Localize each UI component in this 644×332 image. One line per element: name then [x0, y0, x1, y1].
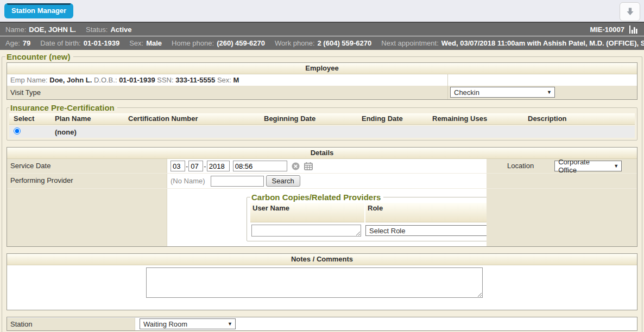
- time-input[interactable]: [233, 161, 287, 171]
- col-beginning-date: Beginning Date: [264, 114, 362, 123]
- plan-name-value: (none): [55, 128, 128, 136]
- top-app-bar: Station Manager: [0, 0, 644, 23]
- patient-id: MIE-10007: [590, 25, 624, 34]
- station-manager-tab[interactable]: Station Manager: [4, 3, 73, 18]
- collapse-button[interactable]: [620, 2, 640, 21]
- date-year-input[interactable]: [207, 161, 230, 171]
- station-label: Station: [7, 318, 135, 330]
- dob-value: 01-01-1939: [84, 39, 120, 47]
- chevron-down-icon: ▼: [228, 321, 232, 327]
- sex-value: Male: [146, 39, 162, 47]
- emp-ssn-label: SSN:: [157, 76, 173, 84]
- employee-info-row: Emp Name: Doe, John L. D.O.B.: 01-01-193…: [7, 74, 637, 86]
- emp-name-value: Doe, John L.: [49, 76, 92, 84]
- user-name-input[interactable]: [251, 225, 361, 237]
- col-remaining-uses: Remaining Uses: [432, 114, 528, 123]
- calendar-button[interactable]: [304, 162, 313, 170]
- notes-header: Notes / Comments: [7, 254, 637, 265]
- date-separator-2: -: [204, 162, 206, 170]
- location-value: Corporate Office: [558, 158, 609, 174]
- provider-name-value: (No Name): [171, 177, 205, 185]
- date-month-input[interactable]: [171, 161, 185, 171]
- age-value: 79: [23, 39, 30, 47]
- status-label: Status:: [86, 25, 108, 34]
- work-phone-value: 2 (604) 559-6270: [318, 39, 372, 47]
- visit-type-label: Visit Type: [7, 86, 448, 99]
- location-label: Location: [507, 161, 534, 170]
- provider-search-input[interactable]: [211, 176, 264, 187]
- calendar-icon: [304, 162, 313, 170]
- insurance-fieldset: Insurance Pre-Certification Select Plan …: [7, 103, 637, 141]
- carbon-copies-row: Carbon Copies/Related Providers User Nam…: [7, 189, 637, 246]
- service-date-row: Service Date - -: [7, 159, 637, 174]
- chart-icon[interactable]: [629, 25, 639, 34]
- col-ending-date: Ending Date: [362, 114, 432, 123]
- encounter-legend: Encounter (new): [5, 52, 73, 61]
- col-cert-number: Certification Number: [128, 114, 264, 123]
- notes-body: [7, 265, 637, 310]
- notes-textarea[interactable]: [146, 267, 483, 298]
- station-value: Waiting Room: [143, 320, 187, 328]
- insurance-legend: Insurance Pre-Certification: [9, 103, 117, 112]
- station-select[interactable]: Waiting Room ▼: [140, 318, 236, 329]
- patient-name-bar: Name: DOE, JOHN L. Status: Active MIE-10…: [0, 23, 644, 36]
- details-panel: Details Service Date - -: [7, 147, 637, 247]
- encounter-fieldset: Encounter (new) Employee Emp Name: Doe, …: [2, 52, 642, 332]
- provider-search-button[interactable]: Search: [266, 175, 300, 187]
- insurance-header-row: Select Plan Name Certification Number Be…: [9, 113, 635, 125]
- employee-header: Employee: [7, 63, 637, 74]
- patient-status: Active: [110, 25, 131, 34]
- employee-info-cell: Emp Name: Doe, John L. D.O.B.: 01-01-193…: [7, 74, 448, 86]
- chevron-down-icon: ▼: [614, 163, 618, 169]
- sex-label: Sex:: [129, 39, 143, 47]
- main-content: Encounter (new) Employee Emp Name: Doe, …: [0, 50, 644, 332]
- station-panel: Station Waiting Room ▼: [7, 317, 637, 331]
- role-value: Select Role: [369, 227, 405, 235]
- emp-sex-label: Sex:: [217, 76, 231, 84]
- notes-panel: Notes / Comments: [7, 253, 637, 310]
- emp-dob-value: 01-01-1939: [119, 76, 155, 84]
- clear-date-button[interactable]: [292, 162, 300, 170]
- emp-ssn-value: 333-11-5555: [175, 76, 215, 84]
- emp-sex-value: M: [233, 76, 239, 84]
- name-label: Name:: [5, 25, 26, 34]
- work-phone-label: Work phone:: [275, 39, 314, 47]
- col-select: Select: [9, 114, 55, 123]
- demographics-bar: Age: 79 Date of birth: 01-01-1939 Sex: M…: [0, 36, 644, 50]
- employee-panel: Employee Emp Name: Doe, John L. D.O.B.: …: [7, 62, 637, 100]
- emp-name-label: Emp Name:: [10, 76, 48, 84]
- emp-dob-label: D.O.B.:: [94, 76, 117, 84]
- clear-icon: [292, 162, 300, 170]
- next-appt-value: Wed, 03/07/2018 11:00am with Ashish Pate…: [441, 39, 644, 47]
- col-user-name: User Name: [250, 203, 364, 222]
- visit-type-select[interactable]: Checkin ▼: [450, 87, 555, 98]
- down-arrow-icon: [626, 7, 635, 16]
- next-appt-label: Next appointment:: [381, 39, 439, 47]
- carbon-copies-legend: Carbon Copies/Related Providers: [250, 193, 383, 202]
- home-phone-label: Home phone:: [172, 39, 214, 47]
- chevron-down-icon: ▼: [547, 90, 552, 95]
- service-date-label: Service Date: [7, 159, 167, 173]
- visit-type-row: Visit Type Checkin ▼: [7, 86, 637, 99]
- col-description: Description: [528, 114, 635, 123]
- performing-provider-label: Performing Provider: [7, 174, 167, 188]
- date-separator: -: [186, 162, 188, 170]
- dob-label: Date of birth:: [40, 39, 80, 47]
- date-day-input[interactable]: [188, 161, 203, 171]
- insurance-row: (none): [9, 126, 635, 138]
- precert-none-radio[interactable]: [14, 127, 21, 135]
- employee-info-cell-right: [448, 74, 637, 86]
- details-header: Details: [7, 148, 637, 159]
- visit-type-value: Checkin: [454, 88, 479, 97]
- patient-name: DOE, JOHN L.: [29, 25, 76, 34]
- home-phone-value: (260) 459-6270: [217, 39, 265, 47]
- location-select[interactable]: Corporate Office ▼: [554, 161, 622, 171]
- performing-provider-row: Performing Provider (No Name) Search: [7, 174, 637, 189]
- col-plan-name: Plan Name: [55, 114, 128, 123]
- age-label: Age:: [5, 39, 20, 47]
